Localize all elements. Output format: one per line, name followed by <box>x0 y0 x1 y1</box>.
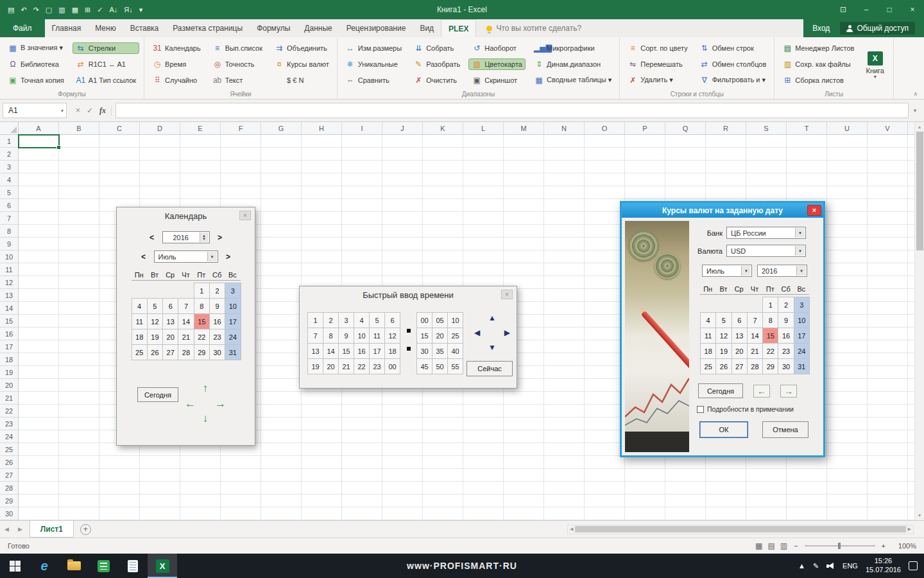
arrow-up-icon[interactable]: ▲ <box>488 314 496 322</box>
scroll-down-icon[interactable]: ▼ <box>918 511 922 520</box>
hour-cell[interactable]: 19 <box>307 358 323 374</box>
close-button[interactable]: × <box>901 5 924 14</box>
column-header[interactable]: S <box>746 122 787 134</box>
hour-cell[interactable]: 14 <box>323 343 339 359</box>
column-header[interactable]: D <box>140 122 180 134</box>
language-indicator[interactable]: ENG <box>843 562 858 570</box>
row-header[interactable]: 22 <box>0 405 18 417</box>
ribbon-button[interactable]: ⇉ Объединить <box>271 43 332 53</box>
prev-year-button[interactable]: < <box>147 233 157 242</box>
day-cell[interactable]: 3 <box>225 283 241 299</box>
arrow-left-icon[interactable]: ← <box>185 398 196 409</box>
column-header[interactable]: F <box>221 122 261 134</box>
day-cell[interactable]: 30 <box>778 358 794 374</box>
day-cell[interactable]: 6 <box>162 298 178 314</box>
hour-cell[interactable]: 1 <box>307 312 323 328</box>
day-cell[interactable]: 19 <box>715 343 732 359</box>
row-header[interactable]: 7 <box>0 212 18 225</box>
day-cell[interactable]: 4 <box>132 298 148 314</box>
ribbon-tab[interactable]: Формулы <box>250 19 297 37</box>
zoom-slider[interactable] <box>805 545 875 547</box>
add-sheet-button[interactable]: + <box>80 524 91 535</box>
ribbon-tab[interactable]: Рецензирование <box>339 19 413 37</box>
day-cell[interactable]: 11 <box>700 328 716 344</box>
scroll-left-icon[interactable]: ◀ <box>570 527 573 532</box>
tab-file[interactable]: Файл <box>0 19 45 37</box>
day-cell[interactable]: 28 <box>747 358 763 374</box>
minute-cell[interactable]: 10 <box>447 312 463 328</box>
expand-formula-bar-icon[interactable]: ▾ <box>909 107 921 114</box>
sort-desc-icon[interactable]: Я↓ <box>124 6 132 13</box>
cancel-icon[interactable]: × <box>76 106 80 115</box>
ribbon-button[interactable]: ⇕ Динам.диапазон <box>531 59 614 69</box>
day-cell[interactable]: 7 <box>747 312 763 328</box>
day-cell[interactable]: 27 <box>732 358 748 374</box>
day-cell[interactable]: 18 <box>700 343 716 359</box>
ribbon-button[interactable]: ▦ Сводные таблицы ▾ <box>531 74 614 85</box>
green-app-taskbar-icon[interactable] <box>89 554 118 578</box>
document-app-taskbar-icon[interactable] <box>118 554 148 578</box>
clock[interactable]: 15:26 15.07.2016 <box>866 557 901 575</box>
hour-cell[interactable]: 21 <box>338 358 354 374</box>
column-header[interactable]: V <box>868 122 908 134</box>
row-header[interactable]: 2 <box>0 148 18 161</box>
minimize-button[interactable]: – <box>855 5 878 14</box>
minute-cell[interactable]: 25 <box>447 328 463 344</box>
column-header[interactable]: O <box>585 122 625 134</box>
close-dialog-button[interactable]: × <box>501 290 513 299</box>
day-cell[interactable]: 8 <box>194 298 210 314</box>
ribbon-button[interactable]: ⇔ Сравнить <box>343 75 404 85</box>
pen-icon[interactable]: ✎ <box>813 562 819 570</box>
ribbon-button[interactable]: ⇆ Стрелки <box>73 43 139 53</box>
minute-cell[interactable]: 45 <box>416 358 432 374</box>
row-header[interactable]: 16 <box>0 328 18 340</box>
year-spinner[interactable]: 2016 ▲ ▼ <box>162 231 210 243</box>
arrow-down-icon[interactable]: ▼ <box>488 344 496 351</box>
next-year-button[interactable]: > <box>215 233 225 242</box>
column-header[interactable]: B <box>59 122 99 134</box>
column-header[interactable]: A <box>19 122 59 134</box>
hour-cell[interactable]: 9 <box>338 328 354 344</box>
day-cell[interactable]: 25 <box>132 344 148 360</box>
scroll-right-icon[interactable]: ▶ <box>908 527 911 532</box>
row-header[interactable]: 13 <box>0 289 18 302</box>
column-header[interactable]: N <box>544 122 585 134</box>
ribbon-button[interactable]: ◎ Точность <box>210 59 265 69</box>
day-cell[interactable]: 7 <box>178 298 194 314</box>
new-file-icon[interactable]: ▢ <box>46 6 52 14</box>
ribbon-button[interactable]: ↔ Изм.размеры <box>343 43 404 53</box>
notification-center-icon[interactable] <box>909 561 918 570</box>
name-box-dropdown-icon[interactable]: ▾ <box>61 108 64 114</box>
column-header[interactable]: J <box>382 122 423 134</box>
day-cell[interactable]: 1 <box>194 283 210 299</box>
arrow-right-icon[interactable]: → <box>215 398 226 409</box>
hour-cell[interactable]: 00 <box>384 358 400 374</box>
year-combobox[interactable]: 2016 ▾ <box>757 265 807 277</box>
day-cell[interactable]: 28 <box>178 344 194 360</box>
day-cell[interactable]: 13 <box>162 313 178 329</box>
minute-cell[interactable]: 40 <box>447 343 463 359</box>
today-button[interactable]: Сегодня <box>137 387 178 402</box>
day-cell[interactable]: 2 <box>209 283 225 299</box>
details-checkbox[interactable] <box>697 406 704 413</box>
day-cell[interactable]: 12 <box>715 328 732 344</box>
file-explorer-taskbar-icon[interactable] <box>59 554 89 578</box>
start-button[interactable] <box>0 554 30 578</box>
bank-combobox[interactable]: ЦБ России ▾ <box>726 227 806 239</box>
ribbon-button[interactable]: ❄ Уникальные <box>343 59 404 69</box>
hour-cell[interactable]: 8 <box>323 328 339 344</box>
customize-qat-icon[interactable]: ▾ <box>139 6 143 14</box>
row-header[interactable]: 4 <box>0 173 18 186</box>
hour-cell[interactable]: 23 <box>369 358 385 374</box>
row-header[interactable]: 5 <box>0 186 18 199</box>
zoom-level[interactable]: 100% <box>892 542 916 550</box>
hour-cell[interactable]: 16 <box>354 343 370 359</box>
row-header[interactable]: 27 <box>0 469 18 482</box>
row-header[interactable]: 26 <box>0 456 18 469</box>
row-header[interactable]: 30 <box>0 507 18 520</box>
day-cell[interactable]: 29 <box>194 344 210 360</box>
next-day-button[interactable]: → <box>780 385 797 398</box>
day-cell[interactable]: 20 <box>732 343 748 359</box>
column-header[interactable]: M <box>504 122 544 134</box>
ribbon-button[interactable]: ▣ Точная копия <box>5 75 67 85</box>
